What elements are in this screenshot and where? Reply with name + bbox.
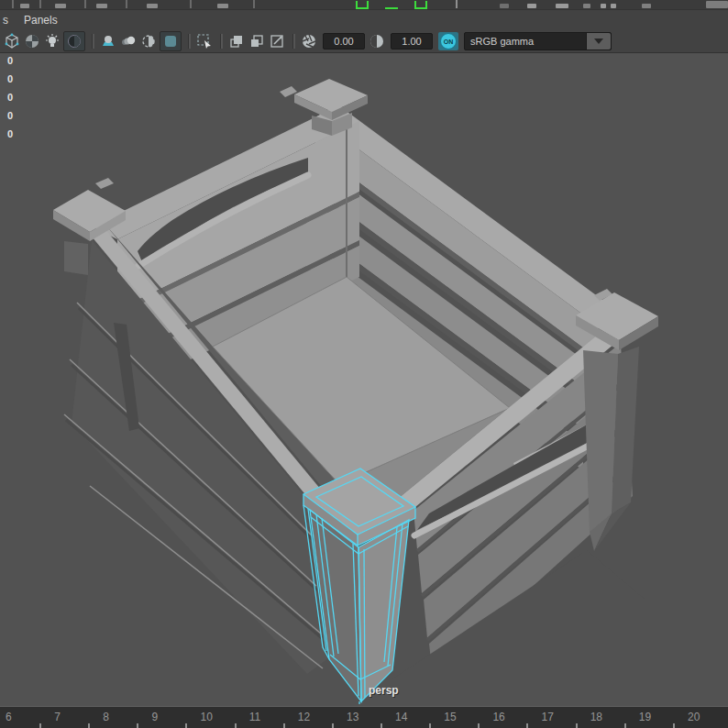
- isolate-pick-icon[interactable]: [268, 32, 286, 50]
- isolate-add-icon[interactable]: [248, 32, 266, 50]
- menu-item-panels[interactable]: Panels: [24, 14, 58, 27]
- frame-label[interactable]: 8: [103, 711, 109, 723]
- toolbar-icon-fragment[interactable]: [583, 4, 590, 8]
- separator: [126, 0, 127, 8]
- toolbar-icon-fragment[interactable]: [55, 4, 66, 8]
- lighting-bulb-icon[interactable]: [43, 32, 61, 50]
- contrast-icon[interactable]: [368, 32, 386, 50]
- wireframe-cube-icon[interactable]: [3, 32, 21, 50]
- dropdown-arrow-button[interactable]: [586, 33, 611, 50]
- toolbar-icon-fragment[interactable]: [601, 4, 606, 8]
- snap-point-icon[interactable]: [414, 1, 427, 9]
- frame-tick: [283, 723, 285, 728]
- colorspace-value: sRGB gamma: [465, 36, 586, 47]
- time-slider[interactable]: 67891011121314151617181920: [0, 706, 728, 728]
- frame-label[interactable]: 12: [298, 711, 310, 723]
- frame-label[interactable]: 19: [639, 711, 651, 723]
- toolbar-icon-fragment[interactable]: [96, 4, 107, 8]
- separator: [12, 0, 14, 8]
- shadows-icon[interactable]: [63, 31, 85, 51]
- frame-tick: [381, 723, 382, 728]
- gamma-value: 1.00: [402, 36, 421, 47]
- motion-blur-icon[interactable]: [119, 32, 138, 50]
- frame-label[interactable]: 13: [347, 711, 358, 723]
- frame-label[interactable]: 17: [542, 711, 554, 723]
- xray-icon[interactable]: [139, 32, 158, 50]
- frame-label[interactable]: 16: [492, 711, 504, 723]
- status-line-cropped: [0, 0, 728, 10]
- frame-label[interactable]: 14: [395, 711, 407, 723]
- separator: [456, 0, 458, 8]
- separator: [220, 34, 223, 49]
- on-label: ON: [440, 33, 457, 50]
- frame-label[interactable]: 6: [6, 711, 12, 723]
- toolbar-icon-fragment[interactable]: [706, 1, 728, 8]
- separator: [292, 34, 295, 49]
- frame-tick: [624, 723, 626, 728]
- frame-tick: [39, 723, 41, 728]
- frame-label[interactable]: 15: [444, 711, 456, 723]
- separator: [84, 0, 86, 8]
- exposure-field[interactable]: 0.00: [323, 33, 365, 50]
- separator: [253, 0, 255, 8]
- viewport-toolbar: 0.00 1.00 ON sRGB gamma: [0, 30, 728, 53]
- toolbar-icon-fragment[interactable]: [217, 4, 228, 8]
- frame-label[interactable]: 10: [201, 711, 213, 723]
- menu-item-cropped[interactable]: s: [3, 14, 8, 27]
- panel-menu-bar: s Panels: [0, 10, 728, 30]
- frame-label[interactable]: 7: [54, 711, 61, 723]
- textured-checker-icon[interactable]: [23, 32, 41, 50]
- snap-grid-icon[interactable]: [356, 1, 369, 9]
- gamma-field[interactable]: 1.00: [391, 33, 433, 50]
- frame-tick: [673, 723, 675, 728]
- maya-window: { "panel_menu": { "partial_item": "s", "…: [0, 0, 728, 728]
- crate-scene: persp persp: [0, 53, 728, 706]
- frame-label[interactable]: 18: [590, 711, 602, 723]
- frame-label[interactable]: 11: [249, 711, 260, 723]
- toolbar-icon-fragment[interactable]: [556, 4, 568, 8]
- frame-tick: [185, 723, 187, 728]
- gamma-on-button[interactable]: ON: [438, 32, 458, 50]
- frame-tick: [526, 723, 528, 728]
- colorspace-dropdown[interactable]: sRGB gamma: [464, 32, 612, 50]
- camera-label: persp: [369, 684, 399, 697]
- channel-value[interactable]: 0: [7, 92, 13, 103]
- frame-tick: [137, 723, 138, 728]
- separator: [190, 0, 192, 8]
- channel-value[interactable]: 0: [7, 55, 13, 66]
- frame-tick: [332, 723, 334, 728]
- screen-space-ao-icon[interactable]: [99, 32, 117, 50]
- toolbar-icon-fragment[interactable]: [147, 4, 158, 8]
- snap-curve-icon[interactable]: [385, 1, 398, 9]
- marquee-select-icon[interactable]: [195, 32, 214, 50]
- toolbar-icon-fragment[interactable]: [20, 4, 29, 8]
- toolbar-icon-fragment[interactable]: [527, 4, 536, 8]
- toolbar-icon-fragment[interactable]: [611, 4, 616, 8]
- separator: [188, 34, 191, 49]
- frame-tick: [429, 723, 431, 728]
- toolbar-icon-fragment[interactable]: [642, 4, 651, 8]
- perspective-viewport[interactable]: persp persp 00000: [0, 53, 728, 706]
- separator: [39, 0, 41, 8]
- channel-value[interactable]: 0: [7, 110, 13, 121]
- exposure-value: 0.00: [334, 36, 353, 47]
- separator: [92, 34, 94, 49]
- frame-label[interactable]: 9: [151, 711, 158, 723]
- exposure-aperture-icon[interactable]: [300, 32, 318, 50]
- frame-tick: [478, 723, 480, 728]
- frame-tick: [576, 723, 578, 728]
- channel-value[interactable]: 0: [7, 128, 13, 139]
- toolbar-icon-fragment[interactable]: [500, 4, 509, 8]
- default-material-icon[interactable]: [160, 31, 182, 51]
- selected-leg[interactable]: [303, 469, 415, 704]
- isolate-selected-icon[interactable]: [227, 32, 246, 50]
- frame-label[interactable]: 20: [688, 711, 700, 723]
- frame-tick: [235, 723, 237, 728]
- frame-tick: [88, 723, 90, 728]
- channel-value[interactable]: 0: [7, 73, 13, 84]
- crate-model[interactable]: persp persp: [53, 79, 658, 706]
- chevron-down-icon: [594, 39, 603, 44]
